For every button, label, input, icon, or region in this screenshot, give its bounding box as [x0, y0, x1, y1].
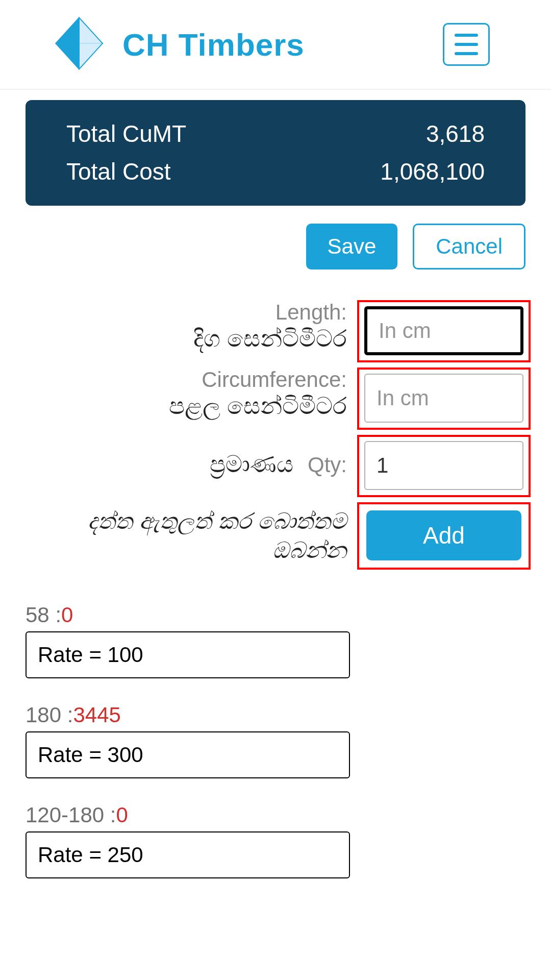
rate-block: 180 :3445 — [26, 703, 525, 778]
menu-button[interactable] — [443, 23, 490, 66]
rate-range: 58 : — [26, 603, 61, 627]
length-row: Length: දිග සෙන්ටිමීටර — [20, 300, 531, 362]
rate-block: 58 :0 — [26, 603, 525, 678]
qty-input[interactable] — [364, 441, 523, 490]
summary-card: Total CuMT 3,618 Total Cost 1,068,100 — [26, 100, 525, 206]
summary-row-cumt: Total CuMT 3,618 — [66, 115, 485, 153]
add-row: දත්ත ඇතුලත් කර බොත්තම ඔබන්න Add — [20, 502, 531, 570]
entry-form: Length: දිග සෙන්ටිමීටර Circumference: පළ… — [0, 270, 551, 570]
app-header: CH Timbers — [0, 0, 551, 90]
qty-label-en: Qty: — [308, 453, 347, 477]
qty-label-sn: ප්‍රමාණය — [210, 450, 293, 478]
brand-name: CH Timbers — [122, 27, 305, 63]
rates-area: 58 :0 180 :3445 120-180 :0 — [0, 575, 551, 878]
circumference-input[interactable] — [364, 374, 523, 423]
logo-diamond-icon — [51, 15, 107, 74]
circumference-label-en: Circumference: — [20, 368, 347, 392]
total-cost-value: 1,068,100 — [380, 153, 485, 191]
rate-input[interactable] — [26, 631, 350, 678]
rate-count: 0 — [116, 803, 128, 827]
circumference-row: Circumference: පළල සෙන්ටිමීටර — [20, 368, 531, 430]
rate-head: 120-180 :0 — [26, 803, 525, 827]
rate-range: 120-180 : — [26, 803, 116, 827]
rate-count: 0 — [61, 603, 73, 627]
circumference-highlight — [357, 368, 531, 430]
length-label-sn: දිග සෙන්ටිමීටර — [20, 325, 347, 353]
length-label-en: Length: — [20, 300, 347, 325]
rate-block: 120-180 :0 — [26, 803, 525, 878]
save-button[interactable]: Save — [306, 224, 398, 270]
add-label-sn: දත්ත ඇතුලත් කර බොත්තම ඔබන්න — [20, 506, 347, 565]
rate-input[interactable] — [26, 731, 350, 778]
total-cumt-label: Total CuMT — [66, 115, 186, 153]
length-input[interactable] — [364, 306, 523, 355]
rate-head: 180 :3445 — [26, 703, 525, 727]
action-bar: Save Cancel — [0, 206, 551, 270]
add-button[interactable]: Add — [366, 510, 521, 560]
rate-input[interactable] — [26, 831, 350, 878]
total-cumt-value: 3,618 — [426, 115, 485, 153]
cancel-button[interactable]: Cancel — [413, 224, 525, 270]
summary-row-cost: Total Cost 1,068,100 — [66, 153, 485, 191]
add-highlight: Add — [357, 502, 531, 570]
brand: CH Timbers — [51, 15, 305, 74]
total-cost-label: Total Cost — [66, 153, 171, 191]
rate-count: 3445 — [73, 703, 120, 727]
qty-row: ප්‍රමාණය Qty: — [20, 435, 531, 497]
rate-range: 180 : — [26, 703, 73, 727]
rate-head: 58 :0 — [26, 603, 525, 627]
qty-highlight — [357, 435, 531, 497]
hamburger-icon — [455, 34, 478, 55]
circumference-label-sn: පළල සෙන්ටිමීටර — [20, 392, 347, 420]
length-highlight — [357, 300, 531, 362]
